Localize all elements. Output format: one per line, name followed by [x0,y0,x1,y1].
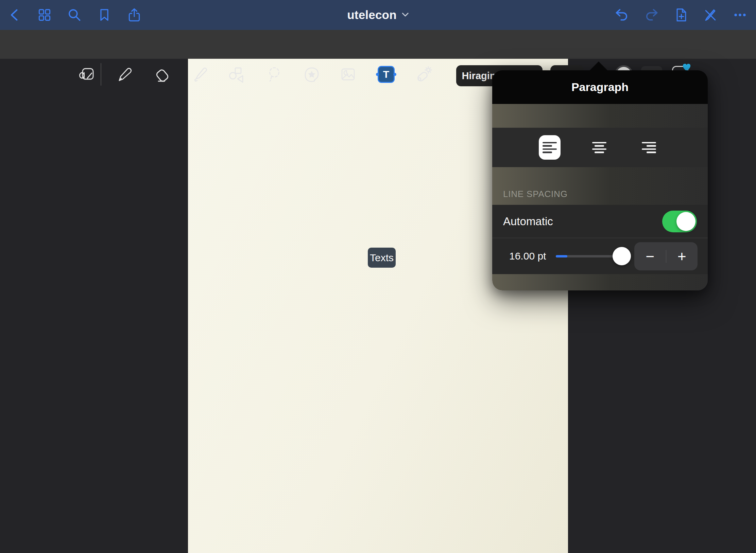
text-tool-button[interactable]: T [378,66,395,83]
text-tool-left-handle [376,73,379,76]
title-chevron-down-icon [401,12,409,18]
shapes-icon [228,66,245,83]
image-icon [339,66,357,83]
text-object-label: Texts [370,252,394,264]
nav-bar: utelecon [0,0,756,30]
highlighter-icon [191,66,208,83]
align-right-button[interactable] [638,135,660,160]
decrease-spacing-button[interactable]: − [634,242,666,270]
popover-spacer [492,104,708,128]
text-tool-glyph: T [383,69,389,80]
text-object[interactable]: Texts [368,248,396,268]
pen-icon [116,66,133,83]
image-tool-button[interactable] [339,66,357,83]
increase-spacing-button[interactable]: + [666,242,698,270]
redo-button[interactable] [644,7,659,23]
share-button[interactable] [126,7,142,23]
back-chevron-icon [7,7,22,22]
automatic-toggle[interactable] [662,211,697,232]
more-button[interactable] [732,7,748,23]
shapes-tool-button[interactable] [228,66,245,83]
scribble-convert-icon [78,66,96,83]
goodnotes-app-window: utelecon [0,0,756,553]
back-button[interactable] [7,7,23,23]
line-spacing-section-label: LINE SPACING [503,189,568,199]
align-center-button[interactable] [588,135,610,160]
spacing-slider-row: 16.00 pt − + [492,238,708,274]
grid-icon [37,7,52,22]
add-page-icon [674,7,689,22]
text-tool-right-handle [393,73,396,76]
document-title[interactable]: utelecon [347,0,409,30]
sticker-star-icon [303,66,321,83]
redo-icon [644,7,659,22]
undo-button[interactable] [614,7,630,23]
align-right-icon [642,142,656,153]
eraser-icon [153,66,171,83]
pen-tool-button[interactable] [116,66,133,83]
popover-footer [492,274,708,290]
lasso-tool-button[interactable] [265,66,283,83]
spacing-slider[interactable] [556,238,622,274]
paragraph-popover: Paragraph LINE SPACING [492,70,708,290]
bookmark-button[interactable] [97,7,112,23]
slider-knob[interactable] [613,247,631,265]
tools-bar: T HiraginoSans-... 16 [0,30,756,59]
ellipsis-icon [733,7,748,22]
read-only-button[interactable] [702,7,718,23]
lasso-icon [265,66,283,83]
scribble-convert-tool-button[interactable] [78,66,96,83]
popover-header: Paragraph [492,70,708,104]
slider-fill [556,255,567,257]
eraser-tool-button[interactable] [153,66,171,83]
document-title-text: utelecon [347,8,397,22]
pen-slash-icon [703,7,718,22]
spacing-stepper: − + [634,242,698,270]
toggle-knob [676,212,695,231]
highlighter-tool-button[interactable] [191,66,208,83]
line-spacing-section: LINE SPACING [492,167,708,205]
toolbar-divider [101,63,101,86]
popover-arrow [589,61,608,71]
search-icon [67,7,82,22]
pages-overview-button[interactable] [37,7,52,23]
popover-title: Paragraph [571,81,629,94]
align-left-button[interactable] [539,135,561,160]
bookmark-icon [97,7,112,22]
alignment-row [492,128,708,167]
search-button[interactable] [67,7,82,23]
laser-pointer-icon [414,66,432,83]
align-center-icon [592,142,606,153]
automatic-label: Automatic [503,215,553,228]
laser-pointer-tool-button[interactable] [414,66,432,83]
spacing-value-label: 16.00 pt [509,250,546,262]
elements-tool-button[interactable] [303,66,321,83]
undo-icon [614,7,629,22]
add-page-button[interactable] [673,7,689,23]
align-left-icon [543,142,557,153]
share-icon [127,7,142,22]
automatic-row: Automatic [492,205,708,238]
